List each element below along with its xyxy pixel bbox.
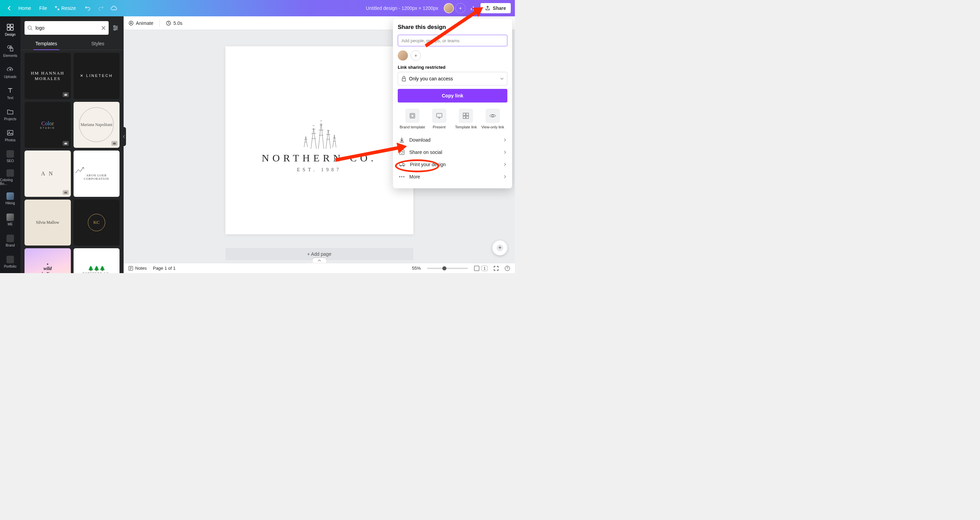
search-bar: [24, 21, 109, 35]
header-icons: [84, 5, 118, 12]
people-row: +: [398, 50, 508, 60]
home-menu[interactable]: Home: [14, 5, 35, 11]
copy-link-button[interactable]: Copy link: [398, 89, 508, 102]
search-input[interactable]: [35, 25, 99, 31]
svg-point-10: [116, 27, 117, 29]
svg-rect-27: [399, 163, 403, 165]
chevron-right-icon: [504, 175, 506, 178]
share-label: Share: [493, 5, 506, 11]
zoom-slider[interactable]: [427, 268, 468, 269]
file-menu[interactable]: File: [35, 5, 51, 11]
rail-brand[interactable]: Brand: [0, 231, 21, 251]
fullscreen-button[interactable]: [494, 266, 498, 271]
opt-view-only[interactable]: View-only link: [479, 109, 506, 129]
premium-badge-icon: [63, 190, 69, 195]
redo-button[interactable]: [97, 5, 105, 12]
rail-coloring[interactable]: Coloring Bo...: [0, 167, 21, 187]
tab-templates[interactable]: Templates: [21, 37, 72, 50]
tab-styles[interactable]: Styles: [72, 37, 124, 50]
svg-rect-5: [10, 48, 13, 51]
template-item[interactable]: Silvia Mallow: [24, 200, 71, 246]
template-item[interactable]: 🌲🌲🌲NORTHERN CO.EST. 1987: [73, 248, 120, 273]
add-people-input[interactable]: [398, 35, 508, 46]
rail-me[interactable]: ME: [0, 210, 21, 229]
rail-hiking[interactable]: Hiking: [0, 189, 21, 208]
opt-brand-template[interactable]: Brand template: [399, 109, 426, 129]
resize-menu[interactable]: Resize: [51, 5, 80, 11]
access-dropdown[interactable]: Only you can access: [398, 72, 508, 86]
template-grid: HM HANNAH MORALES ✕ LINETECH ColorSTUDIO…: [21, 50, 124, 273]
link-sharing-label: Link sharing restricted: [398, 65, 508, 70]
template-item[interactable]: KC: [73, 200, 120, 246]
template-item[interactable]: HM HANNAH MORALES: [24, 53, 71, 99]
filters-button[interactable]: [111, 24, 119, 32]
template-item[interactable]: A N: [24, 151, 71, 197]
bottom-bar: Notes Page 1 of 1 55% 1: [124, 263, 515, 273]
menu-print[interactable]: Print your design: [398, 158, 508, 171]
animate-button[interactable]: Animate: [128, 21, 153, 26]
chevron-right-icon: [504, 163, 506, 166]
panel-tabs: Templates Styles: [21, 37, 124, 50]
svg-rect-25: [466, 116, 469, 119]
cloud-sync-icon[interactable]: [110, 5, 118, 12]
collapse-panel-handle[interactable]: [122, 127, 126, 146]
document-title[interactable]: Untitled design - 1200px × 1200px: [366, 5, 438, 11]
pages-drawer-handle[interactable]: [313, 258, 326, 263]
design-canvas[interactable]: NORTHERN CO. EST. 1987: [226, 46, 414, 234]
help-button[interactable]: [504, 266, 510, 271]
page-grid-button[interactable]: 1: [474, 266, 488, 271]
template-item[interactable]: ✦wildindigoSKINCARE + BEAUTY: [24, 248, 71, 273]
owner-avatar[interactable]: [398, 50, 408, 60]
rail-text[interactable]: Text: [0, 83, 21, 103]
rail-projects[interactable]: Projects: [0, 104, 21, 124]
svg-rect-16: [474, 266, 479, 271]
svg-rect-21: [436, 113, 442, 117]
download-icon: [399, 137, 404, 143]
insights-button[interactable]: [469, 5, 477, 12]
app-header: Home File Resize Untitled design - 1200p…: [0, 0, 515, 16]
rail-photos[interactable]: Photos: [0, 125, 21, 145]
svg-point-29: [403, 165, 404, 167]
menu-more[interactable]: More: [398, 171, 508, 183]
user-avatar[interactable]: [444, 3, 454, 13]
rail-uploads[interactable]: Uploads: [0, 62, 21, 82]
chevron-right-icon: [504, 151, 506, 154]
svg-rect-19: [410, 113, 415, 118]
premium-badge-icon: [63, 92, 69, 97]
template-item[interactable]: ColorSTUDIO: [24, 102, 71, 148]
menu-download[interactable]: Download: [398, 134, 508, 146]
svg-point-28: [401, 165, 401, 167]
back-button[interactable]: [4, 0, 14, 16]
svg-rect-1: [11, 24, 13, 27]
svg-point-31: [401, 177, 402, 177]
assistant-fab[interactable]: [492, 240, 508, 255]
template-item[interactable]: Mariana Napolitani: [73, 102, 120, 148]
add-person-button[interactable]: +: [410, 50, 421, 60]
share-button[interactable]: Share: [480, 3, 511, 13]
zoom-level[interactable]: 55%: [412, 266, 421, 271]
rail-portfolio[interactable]: Portfolio: [0, 252, 21, 272]
svg-rect-3: [11, 28, 13, 30]
rail-elements[interactable]: Elements: [0, 41, 21, 60]
menu-share-social[interactable]: Share on social: [398, 146, 508, 158]
opt-present[interactable]: Present: [426, 109, 453, 129]
template-item[interactable]: ✕ LINETECH: [73, 53, 120, 99]
add-collaborator-button[interactable]: +: [455, 3, 466, 13]
svg-point-9: [114, 25, 115, 27]
more-icon: [399, 176, 404, 177]
resize-icon: [55, 6, 59, 10]
templates-panel: Templates Styles HM HANNAH MORALES ✕ LIN…: [21, 16, 124, 273]
rail-seo[interactable]: SEO: [0, 146, 21, 166]
opt-template-link[interactable]: Template link: [453, 109, 479, 129]
undo-button[interactable]: [84, 5, 92, 12]
template-item[interactable]: ARON LOEB CORPORATION: [73, 151, 120, 197]
rail-design[interactable]: Design: [0, 20, 21, 40]
notes-button[interactable]: Notes: [128, 266, 147, 271]
svg-rect-18: [402, 78, 406, 81]
svg-point-32: [404, 177, 404, 177]
notes-icon: [128, 266, 133, 271]
duration-button[interactable]: 5.0s: [166, 21, 182, 26]
chevron-right-icon: [504, 138, 506, 142]
clear-search-icon[interactable]: [101, 25, 106, 30]
page-indicator[interactable]: Page 1 of 1: [153, 266, 176, 271]
